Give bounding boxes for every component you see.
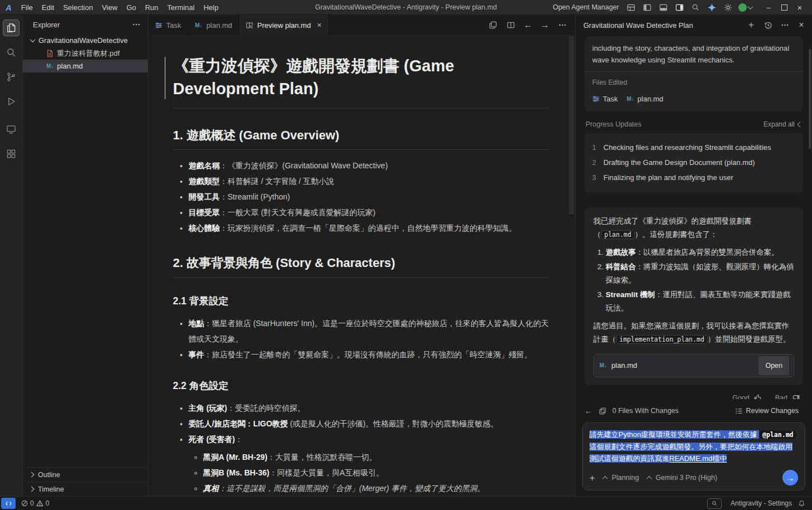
tab-plan-md[interactable]: M↓plan.md bbox=[188, 15, 240, 35]
progress-updates-label: Progress Updates bbox=[586, 120, 641, 128]
close-window-icon[interactable]: × bbox=[792, 0, 808, 14]
bad-feedback-button[interactable]: Bad bbox=[775, 394, 787, 399]
thumbs-up-icon[interactable] bbox=[753, 393, 763, 399]
layout-grid-icon[interactable] bbox=[625, 2, 636, 13]
close-panel-icon[interactable]: × bbox=[796, 20, 806, 30]
search-sidebar-icon[interactable] bbox=[3, 44, 20, 61]
navigate-back-icon[interactable]: ← bbox=[524, 20, 533, 30]
message-points: 遊戲故事：以獵星者旅店為背景的雙黑洞合併命案。科普結合：將重力波知識（如波形、觀… bbox=[593, 246, 794, 315]
minimize-icon[interactable]: – bbox=[761, 0, 776, 14]
menu-view[interactable]: View bbox=[98, 2, 122, 13]
open-agent-manager-button[interactable]: Open Agent Manager bbox=[553, 3, 619, 11]
editor-scrollbar[interactable] bbox=[569, 36, 574, 215]
toggle-bottom-panel-icon[interactable] bbox=[658, 2, 669, 13]
file-name: plan.md bbox=[57, 62, 83, 70]
menu-go[interactable]: Go bbox=[122, 2, 141, 13]
run-debug-icon[interactable] bbox=[3, 93, 20, 110]
chevron-up-icon bbox=[646, 475, 652, 481]
new-conversation-icon[interactable]: + bbox=[746, 20, 756, 30]
panel-scrollbar[interactable] bbox=[809, 48, 811, 149]
menu-terminal[interactable]: Terminal bbox=[163, 2, 199, 13]
remote-indicator[interactable] bbox=[1, 498, 16, 509]
tab-task[interactable]: Task bbox=[148, 15, 188, 35]
mode-selector[interactable]: Planning bbox=[604, 474, 639, 482]
progress-update[interactable]: 2Drafting the Game Design Document (plan… bbox=[592, 157, 795, 168]
antigravity-logo-icon: A bbox=[6, 3, 12, 12]
files-with-changes-label: 0 Files With Changes bbox=[612, 407, 679, 415]
toggle-right-sidebar-icon[interactable] bbox=[674, 2, 685, 13]
agent-message-card: 我已經完成了《重力波偵探》的遊戲開發規劃書（plan.md）。這份規劃書包含了：… bbox=[584, 207, 803, 385]
gemini-sparkle-icon[interactable] bbox=[706, 2, 717, 13]
source-control-icon[interactable] bbox=[3, 69, 20, 85]
close-tab-icon[interactable]: × bbox=[317, 21, 321, 29]
extensions-icon[interactable] bbox=[3, 145, 20, 162]
task-icon bbox=[155, 22, 162, 29]
message-point: Streamlit 機制：運用對話、圖表互動等功能來實踐遊戲玩法。 bbox=[606, 288, 794, 315]
status-settings-label[interactable]: Antigravity - Settings bbox=[731, 499, 792, 507]
section-label: Outline bbox=[38, 471, 60, 479]
chat-input-text[interactable]: 請先建立Python虛擬環境並安裝所需套件，然後依據 @plan.md 這個規劃… bbox=[589, 429, 798, 464]
open-file-button[interactable]: Open bbox=[758, 356, 789, 375]
preview-list: 遊戲名稱：《重力波偵探》(Gravitational Wave Detectiv… bbox=[173, 158, 549, 236]
progress-text: Checking files and researching Streamlit… bbox=[603, 142, 771, 153]
edited-file-plan.md[interactable]: M↓plan.md bbox=[627, 93, 664, 105]
good-feedback-button[interactable]: Good bbox=[732, 394, 750, 399]
problems-indicator[interactable]: 0 0 bbox=[18, 499, 52, 507]
settings-gear-icon[interactable] bbox=[722, 2, 733, 13]
section-outline[interactable]: Outline bbox=[23, 467, 148, 482]
notifications-bell-icon[interactable] bbox=[796, 498, 806, 508]
menu-run[interactable]: Run bbox=[141, 2, 163, 13]
add-attachment-button[interactable]: + bbox=[589, 473, 595, 483]
section-timeline[interactable]: Timeline bbox=[23, 482, 148, 496]
root-folder-label: GravitationalWaveDetective bbox=[38, 36, 128, 45]
preview-list-item: 事件：旅店發生了一起離奇的「雙屍命案」。現場沒有傳統的血跡，只有強烈的「時空漣漪… bbox=[188, 347, 549, 362]
chat-input[interactable]: 請先建立Python虛擬環境並安裝所需套件，然後依據 @plan.md 這個規劃… bbox=[582, 422, 805, 490]
explorer-more-actions-icon[interactable] bbox=[131, 20, 141, 30]
chevron-up-icon bbox=[602, 475, 608, 481]
maximize-icon[interactable] bbox=[776, 0, 792, 14]
preview-heading: 2.1 背景設定 bbox=[173, 294, 549, 308]
menu-edit[interactable]: Edit bbox=[37, 2, 59, 13]
account-avatar[interactable] bbox=[738, 3, 747, 12]
review-changes-button[interactable]: Review Changes bbox=[731, 405, 804, 417]
status-search-icon[interactable] bbox=[707, 498, 722, 509]
edited-file-task[interactable]: Task bbox=[592, 93, 618, 105]
section-label: Timeline bbox=[38, 485, 64, 493]
menu-help[interactable]: Help bbox=[199, 2, 223, 13]
menu-selection[interactable]: Selection bbox=[59, 2, 97, 13]
explorer-icon[interactable] bbox=[3, 20, 20, 36]
task-icon bbox=[592, 95, 600, 103]
search-icon[interactable] bbox=[690, 2, 701, 13]
preview-list-item: 黑洞B (Ms. BH-36)：同樣是大質量，與A互相吸引。 bbox=[203, 465, 549, 480]
markdown-icon: M↓ bbox=[600, 359, 607, 372]
message-point: 遊戲故事：以獵星者旅店為背景的雙黑洞合併命案。 bbox=[606, 246, 794, 259]
toggle-left-sidebar-icon[interactable] bbox=[641, 2, 652, 13]
file-item-重力波科普教材.pdf[interactable]: 重力波科普教材.pdf bbox=[23, 47, 148, 60]
agent-sessions-icon[interactable] bbox=[3, 121, 20, 138]
agent-conversation: including the story, characters, and int… bbox=[576, 35, 812, 399]
model-selector[interactable]: Gemini 3 Pro (High) bbox=[648, 474, 717, 482]
menu-file[interactable]: File bbox=[17, 2, 37, 13]
back-icon[interactable]: ← bbox=[584, 406, 592, 415]
history-icon[interactable] bbox=[763, 20, 773, 30]
compare-changes-icon[interactable] bbox=[488, 20, 498, 30]
tree-root-folder[interactable]: GravitationalWaveDetective bbox=[23, 34, 148, 47]
sidebar-bottom-sections: OutlineTimeline bbox=[23, 467, 148, 496]
tab-preview-plan-md[interactable]: Preview plan.md× bbox=[239, 15, 328, 35]
tab-label: Preview plan.md bbox=[257, 21, 311, 30]
expand-all-button[interactable]: Expand all bbox=[763, 120, 802, 128]
preview-list-item: 遊戲名稱：《重力波偵探》(Gravitational Wave Detectiv… bbox=[188, 158, 549, 173]
progress-update[interactable]: 1Checking files and researching Streamli… bbox=[592, 142, 795, 153]
editor-more-actions-icon[interactable] bbox=[557, 20, 567, 30]
plan-file-card[interactable]: M↓ plan.md Open bbox=[593, 354, 794, 377]
thumbs-down-icon[interactable] bbox=[791, 393, 801, 399]
file-item-plan.md[interactable]: M↓plan.md bbox=[23, 60, 148, 72]
chevron-down-icon[interactable] bbox=[748, 4, 753, 9]
progress-update[interactable]: 3Finalizing the plan and notifying the u… bbox=[592, 172, 795, 183]
send-button[interactable]: → bbox=[782, 470, 798, 485]
panel-more-actions-icon[interactable] bbox=[780, 20, 790, 30]
preview-list-item: 開發工具：Streamlit (Python) bbox=[188, 189, 549, 205]
split-editor-icon[interactable] bbox=[506, 20, 516, 30]
navigate-forward-icon[interactable]: → bbox=[540, 20, 549, 30]
warning-count: 0 bbox=[46, 499, 50, 507]
